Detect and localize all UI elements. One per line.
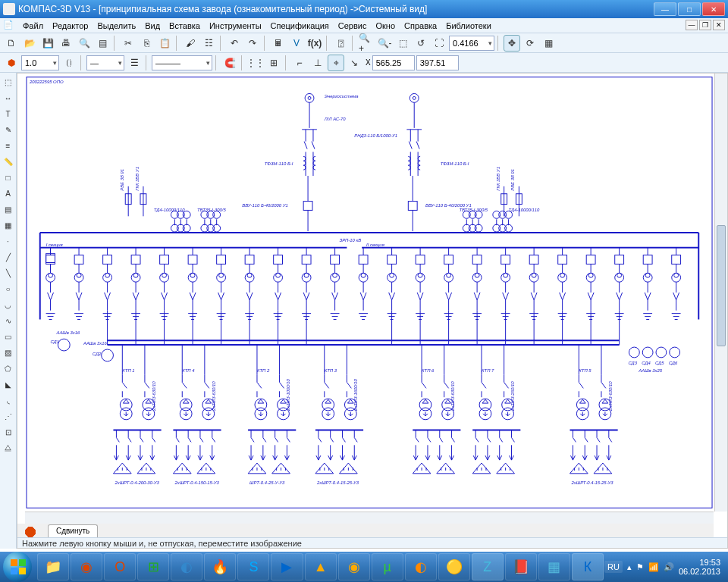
aux-icon[interactable]: ⋰ [1, 408, 16, 424]
round-button[interactable]: ⌖ [328, 55, 344, 71]
line-ends-button[interactable]: ⟮⟯ [61, 55, 77, 71]
views-button[interactable]: ▦ [540, 35, 557, 52]
hatch-icon[interactable]: ▨ [1, 345, 16, 360]
zoom-prev-button[interactable]: ↺ [413, 35, 429, 52]
coord-y-input[interactable] [416, 55, 459, 70]
linestyle-combo[interactable]: 1.0 [21, 55, 59, 70]
coord-mode-button[interactable]: ↘ [346, 55, 362, 71]
layer-btn[interactable]: ☰ [126, 55, 143, 71]
mdi-close[interactable]: ✕ [713, 20, 725, 30]
point-icon[interactable]: · [1, 233, 16, 249]
task-kompas[interactable]: К [572, 553, 604, 580]
vars-button[interactable]: V [288, 35, 305, 52]
zoom-combo[interactable]: 0.4166 [449, 36, 494, 51]
task-app7[interactable]: ◉ [338, 553, 370, 580]
task-excel[interactable]: ⊞ [137, 553, 169, 580]
task-app6[interactable]: ▲ [305, 553, 337, 580]
rect-icon[interactable]: ▭ [1, 329, 16, 344]
minimize-button[interactable]: — [654, 2, 676, 16]
perp-button[interactable]: ⊥ [309, 55, 326, 71]
props2-button[interactable]: ☷ [200, 35, 217, 52]
tray-flag-icon[interactable]: ⚑ [636, 562, 644, 572]
tab-move[interactable]: Сдвинуть [48, 524, 98, 537]
menu-libraries[interactable]: Библиотеки [441, 20, 496, 32]
calc-button[interactable]: 🖩 [270, 35, 287, 52]
refresh-button[interactable]: ⟳ [522, 35, 538, 52]
menu-view[interactable]: Вид [140, 20, 165, 32]
vertical-scrollbar[interactable] [714, 74, 727, 512]
brush-button[interactable]: 🖌 [182, 35, 199, 52]
zoom-in-button[interactable]: 🔍+ [358, 35, 375, 52]
language-indicator[interactable]: RU [604, 561, 623, 573]
text-icon[interactable]: T [1, 106, 16, 121]
open-button[interactable]: 📂 [21, 35, 38, 52]
task-app1[interactable]: ◉ [71, 553, 102, 580]
param-icon[interactable]: ≡ [1, 138, 16, 153]
drawing-canvas[interactable]: 200222595 ОПО Энергосистема Л/Л АС-70 РН… [25, 74, 714, 512]
zoom-out-button[interactable]: 🔍- [376, 35, 393, 52]
pan-button[interactable]: ✥ [504, 35, 520, 52]
help-cursor-button[interactable]: ⍰ [332, 35, 349, 52]
zoom-fit-button[interactable]: ⛶ [431, 35, 447, 52]
menu-tools[interactable]: Инструменты [205, 20, 266, 32]
redo-button[interactable]: ↷ [244, 35, 261, 52]
start-button[interactable] [3, 552, 32, 582]
paste-button[interactable]: 📋 [156, 35, 173, 52]
tray-up-icon[interactable]: ▴ [627, 562, 632, 572]
menu-edit[interactable]: Редактор [48, 20, 93, 32]
line2-icon[interactable]: ╲ [1, 265, 16, 280]
undo-button[interactable]: ↶ [226, 35, 243, 52]
horizontal-scrollbar[interactable] [25, 512, 714, 524]
measure-icon[interactable]: 📏 [1, 154, 16, 169]
spline-icon[interactable]: ∿ [1, 313, 16, 328]
grid-button[interactable]: ⋮⋮ [247, 55, 264, 71]
preview-button[interactable]: 🔍 [76, 35, 93, 52]
menu-spec[interactable]: Спецификация [266, 20, 334, 32]
new-button[interactable]: 🗋 [3, 35, 20, 52]
task-app4[interactable]: 🔥 [204, 553, 236, 580]
mdi-minimize[interactable]: — [686, 20, 698, 30]
task-app5[interactable]: ▶ [271, 553, 303, 580]
line-icon[interactable]: ╱ [1, 249, 16, 264]
spec-icon[interactable]: ▤ [1, 202, 16, 217]
close-button[interactable]: ✕ [702, 2, 725, 16]
menu-insert[interactable]: Вставка [165, 20, 205, 32]
task-explorer[interactable]: 📁 [37, 553, 69, 580]
menu-file[interactable]: Файл [18, 20, 48, 32]
edit-icon[interactable]: ✎ [1, 122, 16, 137]
task-app8[interactable]: ◐ [405, 553, 437, 580]
menu-help[interactable]: Справка [400, 20, 441, 32]
menu-service[interactable]: Сервис [334, 20, 372, 32]
tray-vol-icon[interactable]: 🔊 [664, 562, 674, 572]
copy-button[interactable]: ⎘ [138, 35, 155, 52]
report-icon[interactable]: ▦ [1, 217, 16, 233]
task-pdf[interactable]: 📕 [505, 553, 537, 580]
task-app9[interactable]: Z [472, 553, 504, 580]
zoom-window-button[interactable]: ⬚ [394, 35, 411, 52]
props-button[interactable]: ▤ [94, 35, 111, 52]
coord-x-input[interactable] [372, 55, 415, 70]
task-skype[interactable]: S [237, 553, 269, 580]
system-tray[interactable]: RU ▴ ⚑ 📶 🔊 19:53 06.02.2013 [604, 558, 725, 576]
color-combo[interactable]: ——— [152, 55, 212, 70]
task-opera[interactable]: O [104, 553, 136, 580]
menu-window[interactable]: Окно [371, 20, 400, 32]
tray-net-icon[interactable]: 📶 [648, 562, 659, 572]
tray-clock[interactable]: 19:53 06.02.2013 [679, 558, 720, 576]
assoc-icon[interactable]: A [1, 186, 16, 201]
sel-icon[interactable]: □ [1, 170, 16, 185]
task-utorrent[interactable]: µ [372, 553, 403, 580]
geom-icon[interactable]: ⬚ [1, 74, 16, 89]
cut-button[interactable]: ✂ [120, 35, 136, 52]
ortho-button[interactable]: ⌐ [291, 55, 308, 71]
task-chrome[interactable]: 🟡 [438, 553, 470, 580]
arc-icon[interactable]: ◡ [1, 297, 16, 312]
print-button[interactable]: 🖶 [58, 35, 74, 52]
layer-combo[interactable]: — [86, 55, 124, 70]
group-icon[interactable]: ⊡ [1, 424, 16, 440]
fx-button[interactable]: f(x) [306, 35, 323, 52]
task-app10[interactable]: ▦ [538, 553, 570, 580]
poly-icon[interactable]: ⬠ [1, 361, 16, 376]
menu-select[interactable]: Выделить [93, 20, 140, 32]
mirror-icon[interactable]: ⧋ [1, 440, 16, 455]
